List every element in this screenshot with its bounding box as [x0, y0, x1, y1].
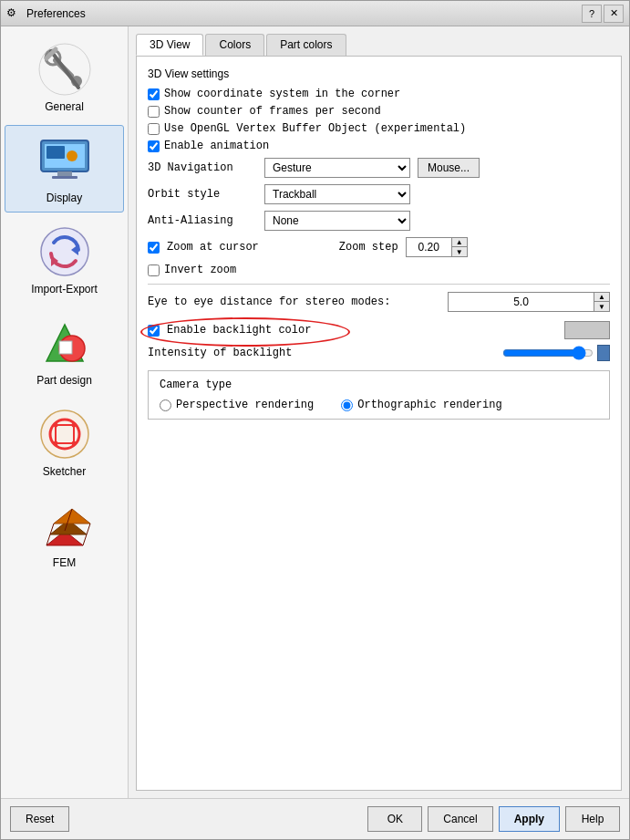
sketcher-icon — [37, 407, 92, 461]
camera-title: Camera type — [160, 379, 598, 391]
enable-anim-checkbox[interactable] — [148, 140, 160, 152]
svg-point-22 — [71, 423, 76, 428]
intensity-slider-container — [299, 345, 610, 361]
svg-marker-27 — [54, 509, 90, 524]
navigation-label: 3D Navigation — [148, 161, 257, 174]
stereo-up[interactable]: ▲ — [594, 293, 609, 302]
enable-backlight-label: Enable backlight color — [167, 324, 311, 337]
preferences-window: ⚙ Preferences ? ✕ — [0, 0, 630, 840]
sidebar-item-sketcher[interactable]: Sketcher — [5, 399, 124, 486]
help-title-button[interactable]: ? — [582, 5, 602, 23]
backlight-row: Enable backlight color — [148, 321, 610, 339]
part-design-icon — [37, 316, 92, 370]
cancel-button[interactable]: Cancel — [428, 806, 492, 832]
sidebar-item-display[interactable]: Display — [5, 125, 124, 213]
use-opengl-checkbox[interactable] — [148, 123, 160, 135]
title-bar-buttons: ? ✕ — [582, 5, 624, 23]
orbit-select[interactable]: Trackball Turntable — [264, 184, 410, 204]
orthographic-radio[interactable] — [341, 399, 353, 411]
enable-backlight-checkbox[interactable] — [148, 325, 160, 337]
right-panel: 3D View Colors Part colors 3D View setti… — [129, 26, 629, 798]
perspective-radio[interactable] — [160, 399, 171, 411]
fem-icon — [37, 498, 92, 553]
invert-zoom-label: Invert zoom — [164, 264, 236, 276]
svg-point-21 — [53, 423, 57, 428]
antialiasing-select[interactable]: None MSAA2x MSAA4x MSAA8x — [264, 211, 410, 231]
svg-point-18 — [41, 410, 88, 458]
sidebar-item-general[interactable]: General — [5, 34, 124, 121]
checkbox-row-opengl: Use OpenGL Vertex Buffer Object (experim… — [148, 122, 610, 135]
display-icon — [37, 133, 92, 188]
svg-line-4 — [51, 51, 78, 88]
main-content: General Display — [1, 26, 629, 798]
checkbox-row-invert-zoom: Invert zoom — [148, 264, 610, 276]
zoom-step-up[interactable]: ▲ — [452, 238, 467, 247]
stereo-label: Eye to eye distance for stereo modes: — [148, 296, 390, 308]
invert-zoom-checkbox[interactable] — [148, 264, 160, 276]
show-coord-label: Show coordinate system in the corner — [164, 88, 400, 100]
zoom-step-arrows: ▲ ▼ — [451, 237, 468, 257]
checkbox-row-show-coord: Show coordinate system in the corner — [148, 88, 610, 100]
sidebar-label-part-design: Part design — [36, 374, 92, 387]
zoom-row: Zoom at cursor Zoom step 0.20 ▲ ▼ — [148, 237, 610, 257]
sidebar-label-fem: FEM — [53, 556, 76, 569]
camera-radio-row: Perspective rendering Orthographic rende… — [160, 399, 598, 411]
tab-colors[interactable]: Colors — [205, 34, 264, 56]
help-button[interactable]: Help — [565, 806, 620, 832]
zoom-cursor-label: Zoom at cursor — [167, 241, 259, 254]
svg-rect-9 — [52, 176, 77, 179]
orbit-row: Orbit style Trackball Turntable — [148, 184, 610, 204]
svg-rect-10 — [46, 146, 65, 159]
svg-point-23 — [53, 441, 57, 446]
show-coord-checkbox[interactable] — [148, 88, 160, 100]
tab-3dview[interactable]: 3D View — [136, 34, 203, 56]
general-icon — [37, 42, 92, 97]
reset-button[interactable]: Reset — [10, 806, 69, 832]
app-icon: ⚙ — [6, 6, 21, 21]
divider-1 — [148, 284, 610, 285]
sidebar: General Display — [1, 26, 129, 798]
sidebar-item-import-export[interactable]: Import-Export — [5, 216, 124, 304]
intensity-slider[interactable] — [502, 346, 594, 360]
svg-point-12 — [41, 228, 88, 275]
antialiasing-row: Anti-Aliasing None MSAA2x MSAA4x MSAA8x — [148, 211, 610, 231]
backlight-section: Enable backlight color — [148, 321, 610, 339]
stereo-row: Eye to eye distance for stereo modes: ▲ … — [148, 292, 610, 312]
zoom-step-spinbox: 0.20 ▲ ▼ — [406, 237, 468, 257]
sidebar-label-general: General — [45, 100, 84, 113]
show-counter-checkbox[interactable] — [148, 106, 160, 118]
backlight-color-swatch[interactable] — [564, 321, 610, 339]
title-bar: ⚙ Preferences ? ✕ — [1, 1, 629, 26]
intensity-label: Intensity of backlight — [148, 347, 292, 359]
sidebar-item-part-design[interactable]: Part design — [5, 307, 124, 395]
stereo-down[interactable]: ▼ — [594, 302, 609, 311]
orbit-label: Orbit style — [148, 188, 257, 201]
svg-point-11 — [67, 150, 77, 161]
tab-part-colors[interactable]: Part colors — [266, 34, 346, 56]
apply-button[interactable]: Apply — [499, 806, 560, 832]
zoom-step-input[interactable]: 0.20 — [406, 237, 451, 257]
zoom-cursor-checkbox[interactable] — [148, 242, 160, 254]
stereo-input[interactable] — [448, 292, 594, 312]
mouse-button[interactable]: Mouse... — [418, 158, 480, 178]
perspective-label: Perspective rendering — [176, 399, 314, 411]
zoom-step-label: Zoom step — [339, 241, 398, 254]
navigation-row: 3D Navigation Gesture Mouse... — [148, 158, 610, 178]
checkbox-row-show-counter: Show counter of frames per second — [148, 105, 610, 118]
stereo-spinbox: ▲ ▼ — [448, 292, 610, 312]
checkbox-row-enable-anim: Enable animation — [148, 140, 610, 152]
zoom-step-down[interactable]: ▼ — [452, 247, 467, 256]
perspective-radio-item: Perspective rendering — [160, 399, 314, 411]
show-counter-label: Show counter of frames per second — [164, 105, 381, 118]
camera-section: Camera type Perspective rendering Orthog… — [148, 370, 610, 420]
navigation-select[interactable]: Gesture — [264, 158, 410, 178]
sidebar-item-fem[interactable]: FEM — [5, 490, 124, 577]
svg-point-24 — [71, 441, 76, 446]
orthographic-label: Orthographic rendering — [357, 399, 501, 411]
intensity-slider-handle — [597, 345, 610, 361]
antialiasing-label: Anti-Aliasing — [148, 214, 257, 227]
window-title: Preferences — [26, 7, 582, 20]
ok-button[interactable]: OK — [367, 806, 422, 832]
tabs: 3D View Colors Part colors — [136, 34, 622, 56]
close-button[interactable]: ✕ — [604, 5, 624, 23]
